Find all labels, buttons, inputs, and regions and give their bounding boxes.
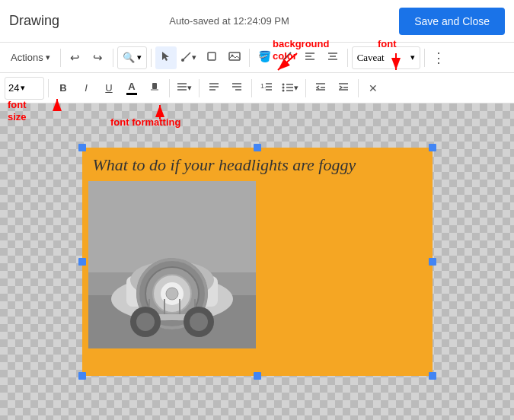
font-selector[interactable]: Caveat ▾ <box>352 46 420 69</box>
line-tool-icon <box>181 51 192 64</box>
indent-decrease-button[interactable] <box>310 77 331 100</box>
align-left-button[interactable] <box>299 46 321 69</box>
resize-handle-topmid[interactable] <box>254 144 261 151</box>
shape-tool-button[interactable] <box>201 46 222 69</box>
text-align-chevron-icon: ▾ <box>187 83 192 93</box>
font-color-button[interactable]: A <box>121 77 142 100</box>
actions-chevron-icon: ▾ <box>46 52 50 62</box>
toolbar2-divider-6 <box>358 79 359 97</box>
toolbar-divider-1 <box>60 49 61 67</box>
actions-label: Actions <box>11 52 43 63</box>
resize-handle-bottomright[interactable] <box>429 372 436 380</box>
line-chevron-icon: ▾ <box>192 52 196 62</box>
resize-handle-topleft[interactable] <box>78 144 86 151</box>
toolbar2-divider-3 <box>199 79 200 97</box>
italic-button[interactable]: I <box>75 77 97 100</box>
paragraph-align1-icon <box>209 81 219 94</box>
undo-icon: ↩ <box>70 51 80 65</box>
bullet-list-icon <box>282 81 294 94</box>
content-box: What to do if your headlights are foggy <box>82 148 433 376</box>
resize-handle-topright[interactable] <box>429 144 436 151</box>
align-center-button[interactable] <box>322 46 343 69</box>
image-tool-button[interactable] <box>224 46 245 69</box>
bold-label: B <box>59 82 66 94</box>
actions-menu-button[interactable]: Actions ▾ <box>5 46 56 69</box>
resize-handle-midright[interactable] <box>429 258 436 266</box>
background-color-button[interactable]: 🪣 <box>254 46 275 69</box>
italic-label: I <box>85 82 88 94</box>
svg-point-2 <box>181 59 184 62</box>
numbered-list-icon: 1. <box>260 81 273 94</box>
toolbar2-divider-1 <box>48 79 49 97</box>
indent-decrease-icon <box>315 81 326 94</box>
highlight-button[interactable] <box>144 77 165 100</box>
highlight-icon <box>149 81 160 94</box>
numbered-list-button[interactable]: 1. <box>256 77 277 100</box>
svg-point-51 <box>166 288 178 300</box>
header-bar: Drawing Auto-saved at 12:24:09 PM Save a… <box>0 0 514 43</box>
font-name-label: Caveat <box>357 52 407 64</box>
clear-format-button[interactable]: ✕ <box>362 77 384 100</box>
canvas-area[interactable]: What to do if your headlights are foggy <box>0 103 514 420</box>
svg-line-7 <box>283 52 291 60</box>
autosave-status: Auto-saved at 12:24:09 PM <box>59 15 399 27</box>
shape-icon <box>206 51 217 64</box>
paragraph-align2-button[interactable] <box>226 77 247 100</box>
more-options-button[interactable]: ⋮ <box>429 48 449 68</box>
resize-handle-midleft[interactable] <box>78 258 86 266</box>
svg-point-29 <box>283 84 285 86</box>
redo-button[interactable]: ↪ <box>88 46 109 69</box>
svg-point-30 <box>283 87 285 89</box>
car-image <box>88 181 256 348</box>
text-align-button[interactable]: ▾ <box>174 77 195 100</box>
select-icon <box>161 51 171 64</box>
svg-marker-0 <box>162 52 169 61</box>
toolbar-divider-5 <box>347 49 348 67</box>
svg-rect-15 <box>151 89 158 91</box>
svg-point-31 <box>283 90 285 92</box>
toolbar2-divider-4 <box>251 79 252 97</box>
align-center-icon <box>327 51 338 64</box>
toolbar-primary: Actions ▾ ↩ ↪ 🔍 ▾ ▾ <box>0 43 514 73</box>
indent-increase-button[interactable] <box>333 77 354 100</box>
toolbar2-divider-5 <box>305 79 306 97</box>
save-close-button[interactable]: Save and Close <box>399 8 505 35</box>
svg-line-1 <box>183 52 190 60</box>
app-title: Drawing <box>9 13 59 29</box>
svg-rect-14 <box>152 83 157 89</box>
font-color-bar <box>126 93 137 95</box>
more-options-icon: ⋮ <box>432 49 445 66</box>
line-color-icon <box>282 51 292 64</box>
text-align-icon <box>177 81 187 94</box>
svg-text:1.: 1. <box>260 82 267 90</box>
svg-point-59 <box>136 313 155 331</box>
toolbar2-divider-2 <box>169 79 170 97</box>
bullet-list-button[interactable]: ▾ <box>279 77 302 100</box>
font-color-indicator: A <box>126 81 137 95</box>
font-color-letter: A <box>128 81 135 92</box>
underline-label: U <box>105 82 112 94</box>
font-chevron-icon: ▾ <box>410 52 415 62</box>
line-color-button[interactable] <box>276 46 298 69</box>
line-tool-button[interactable]: ▾ <box>178 46 200 69</box>
bold-button[interactable]: B <box>53 77 74 100</box>
background-color-icon: 🪣 <box>258 50 270 65</box>
paragraph-align1-button[interactable] <box>203 77 225 100</box>
underline-button[interactable]: U <box>98 77 120 100</box>
zoom-icon: 🔍 <box>123 52 135 63</box>
svg-point-61 <box>190 313 208 331</box>
resize-handle-bottommid[interactable] <box>254 372 261 380</box>
undo-button[interactable]: ↩ <box>65 46 86 69</box>
paragraph-align2-icon <box>231 81 242 94</box>
image-icon <box>228 51 241 64</box>
clear-format-icon: ✕ <box>369 82 378 94</box>
select-tool-button[interactable] <box>155 46 177 69</box>
toolbar-divider-6 <box>424 49 425 67</box>
svg-rect-4 <box>229 52 240 60</box>
font-size-chevron-icon: ▾ <box>21 83 25 93</box>
toolbar-divider-4 <box>249 49 250 67</box>
font-size-selector[interactable]: 24 ▾ <box>5 77 44 100</box>
drawing-box[interactable]: What to do if your headlights are foggy <box>82 148 433 376</box>
zoom-button[interactable]: 🔍 ▾ <box>117 46 147 69</box>
resize-handle-bottomleft[interactable] <box>78 372 86 380</box>
